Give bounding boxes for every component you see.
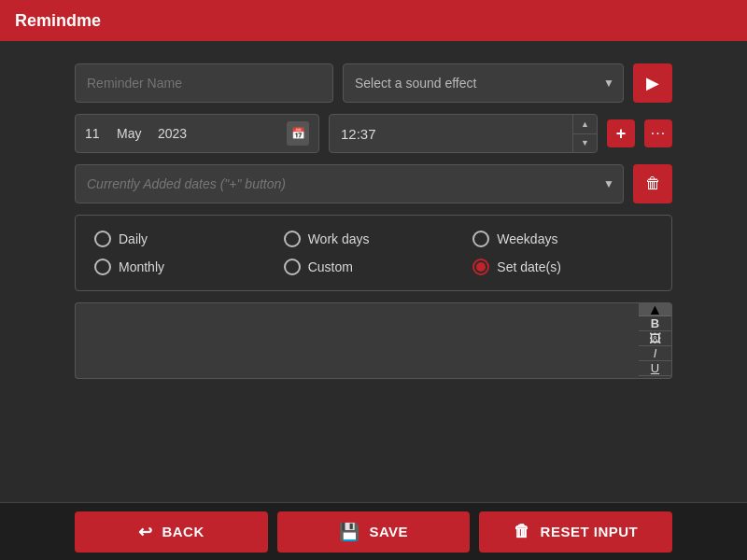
recurrence-daily[interactable]: Daily — [94, 231, 275, 247]
more-options-button[interactable]: ··· — [644, 119, 672, 147]
reset-icon: 🗑 — [514, 522, 531, 541]
date-picker-wrap: 📅 — [75, 114, 319, 153]
radio-daily-circle — [94, 231, 111, 247]
recurrence-weekdays-label: Weekdays — [497, 231, 557, 246]
sound-effect-wrap: Select a sound effect ▼ — [343, 63, 624, 103]
title-bar: Remindme — [0, 0, 747, 41]
date-year-input[interactable] — [158, 126, 199, 141]
editor-row: ▲ B 🖼 I U S — [75, 302, 672, 379]
radio-weekdays-circle — [472, 231, 489, 247]
recurrence-monthly-label: Monthly — [119, 259, 164, 274]
recurrence-box: Daily Work days Weekdays Monthly Custom … — [75, 215, 672, 291]
reset-button[interactable]: 🗑 RESET INPUT — [479, 511, 672, 553]
radio-setdates-inner — [476, 262, 486, 272]
bold-button[interactable]: B — [639, 316, 671, 331]
time-up-button[interactable]: ▲ — [573, 115, 597, 134]
reminder-name-input[interactable] — [75, 63, 333, 103]
row-name-sound: Select a sound effect ▼ ▶ — [75, 63, 672, 103]
date-month-input[interactable] — [117, 126, 152, 141]
save-label: SAVE — [369, 524, 408, 539]
delete-date-button[interactable]: 🗑 — [633, 164, 672, 203]
row-added-dates: Currently Added dates ("+" button) ▼ 🗑 — [75, 164, 672, 203]
back-label: BACK — [162, 524, 204, 539]
added-dates-select[interactable]: Currently Added dates ("+" button) — [75, 164, 624, 203]
save-button[interactable]: 💾 SAVE — [277, 511, 471, 553]
back-icon: ↩ — [138, 522, 153, 542]
radio-custom-circle — [284, 259, 301, 275]
radio-setdates-circle — [472, 259, 489, 275]
date-day-input[interactable] — [85, 126, 111, 141]
back-button[interactable]: ↩ BACK — [75, 511, 268, 553]
app-title: Remindme — [15, 11, 101, 31]
recurrence-setdates-label: Set date(s) — [497, 259, 560, 274]
time-down-button[interactable]: ▼ — [573, 134, 597, 153]
main-content: Select a sound effect ▼ ▶ 📅 ▲ ▼ + ··· Cu… — [0, 41, 747, 379]
editor-toolbar: ▲ B 🖼 I U S — [639, 302, 672, 379]
play-button[interactable]: ▶ — [633, 63, 672, 103]
reset-label: RESET INPUT — [541, 524, 639, 539]
note-editor[interactable] — [75, 302, 639, 379]
recurrence-workdays-label: Work days — [308, 231, 370, 246]
row-date-time: 📅 ▲ ▼ + ··· — [75, 114, 672, 153]
bottom-bar: ↩ BACK 💾 SAVE 🗑 RESET INPUT — [0, 502, 747, 560]
recurrence-workdays[interactable]: Work days — [284, 231, 464, 247]
recurrence-custom-label: Custom — [308, 259, 353, 274]
underline-button[interactable]: U — [639, 361, 671, 376]
recurrence-monthly[interactable]: Monthly — [94, 259, 275, 275]
add-date-button[interactable]: + — [607, 119, 635, 147]
calendar-button[interactable]: 📅 — [287, 121, 309, 146]
toolbar-scroll-up[interactable]: ▲ — [639, 303, 671, 316]
radio-workdays-circle — [284, 231, 301, 247]
save-icon: 💾 — [339, 522, 360, 542]
recurrence-custom[interactable]: Custom — [284, 259, 464, 275]
strikethrough-button[interactable]: S — [639, 376, 671, 379]
recurrence-weekdays[interactable]: Weekdays — [472, 231, 653, 247]
italic-button[interactable]: I — [639, 346, 671, 361]
recurrence-set-dates[interactable]: Set date(s) — [472, 259, 653, 275]
sound-effect-select[interactable]: Select a sound effect — [343, 63, 624, 103]
time-spinner: ▲ ▼ — [572, 115, 597, 152]
recurrence-daily-label: Daily — [119, 231, 148, 246]
radio-monthly-circle — [94, 259, 111, 275]
added-dates-wrap: Currently Added dates ("+" button) ▼ — [75, 164, 624, 203]
time-input[interactable] — [329, 114, 598, 153]
image-button[interactable]: 🖼 — [639, 331, 671, 346]
time-picker-wrap: ▲ ▼ — [329, 114, 598, 153]
